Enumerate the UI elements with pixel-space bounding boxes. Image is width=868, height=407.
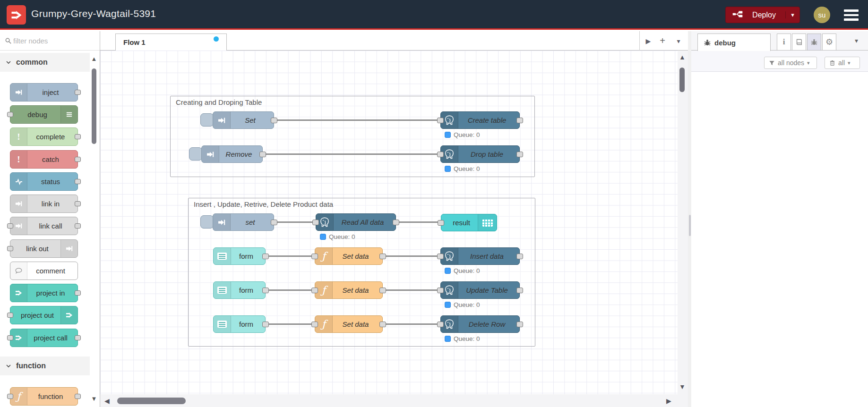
input-port[interactable] [312, 220, 319, 225]
sidebar-divider-grip[interactable] [689, 215, 691, 236]
output-port[interactable] [75, 201, 81, 206]
palette-node-status[interactable]: status [10, 172, 78, 191]
deploy-options-caret[interactable]: ▾ [785, 11, 799, 18]
input-port[interactable] [7, 335, 13, 340]
input-port[interactable] [311, 254, 318, 259]
output-port[interactable] [516, 254, 523, 259]
node-inject-set[interactable]: Set [213, 111, 274, 129]
input-port[interactable] [311, 288, 318, 293]
input-port[interactable] [437, 152, 444, 157]
palette-node-debug[interactable]: debug [10, 105, 78, 124]
output-port[interactable] [271, 118, 277, 123]
info-tab-button[interactable]: i [777, 34, 791, 51]
input-port[interactable] [311, 322, 318, 327]
output-port[interactable] [75, 290, 81, 296]
output-port[interactable] [75, 179, 81, 184]
wire[interactable] [274, 221, 316, 223]
palette-scroll-up[interactable]: ▲ [90, 56, 98, 62]
node-form[interactable]: form [213, 247, 266, 265]
output-port[interactable] [75, 335, 81, 340]
palette-category-common[interactable]: common [0, 53, 90, 72]
input-port[interactable] [437, 288, 444, 293]
user-avatar[interactable]: su [814, 7, 830, 23]
wire[interactable] [263, 153, 440, 155]
debug-messages-panel[interactable] [691, 72, 868, 407]
node-postgres-insert-data[interactable]: Insert data [440, 247, 520, 265]
input-port[interactable] [7, 313, 13, 318]
canvas-scroll-down[interactable]: ▼ [679, 383, 686, 390]
palette-scrollbar[interactable] [92, 68, 96, 144]
canvas-horizontal-scroll-track[interactable] [100, 394, 678, 407]
input-port[interactable] [437, 322, 444, 327]
palette-node-complete[interactable]: ! complete [10, 127, 78, 146]
inject-button[interactable] [200, 113, 214, 127]
input-port[interactable] [437, 254, 444, 259]
debug-clear-button[interactable]: all ▾ [825, 57, 860, 69]
canvas-scroll-right[interactable]: ▶ [666, 398, 671, 404]
wire[interactable] [396, 221, 441, 223]
wire[interactable] [383, 255, 440, 257]
palette-node-link-in[interactable]: link in [10, 195, 78, 213]
node-function-set-data[interactable]: ƒ Set data [315, 315, 383, 333]
palette-node-project-call[interactable]: project call [10, 329, 78, 347]
palette-category-function[interactable]: function [0, 356, 90, 375]
output-port[interactable] [259, 152, 266, 157]
canvas-scroll-left[interactable]: ◀ [104, 398, 110, 404]
output-port[interactable] [75, 134, 81, 139]
palette-node-inject[interactable]: inject [10, 83, 78, 102]
input-port[interactable] [7, 394, 13, 399]
flow-canvas[interactable]: Creating and Droping Table Set Create ta… [100, 51, 678, 394]
node-postgres-delete-row[interactable]: Delete Row [440, 315, 520, 333]
palette-node-link-call[interactable]: link call [10, 217, 78, 235]
output-port[interactable] [75, 394, 81, 399]
palette-node-catch[interactable]: ! catch [10, 150, 78, 169]
palette-node-project-in[interactable]: project in [10, 284, 78, 302]
output-port[interactable] [516, 322, 523, 327]
input-port[interactable] [438, 220, 444, 226]
debug-filter-button[interactable]: all nodes ▾ [764, 57, 817, 69]
node-postgres-drop-table[interactable]: Drop table [440, 145, 520, 163]
output-port[interactable] [379, 322, 386, 327]
wire[interactable] [383, 323, 440, 325]
node-postgres-create-table[interactable]: Create table [440, 111, 520, 129]
wire[interactable] [274, 119, 440, 121]
wire[interactable] [383, 289, 440, 291]
filter-nodes-input[interactable] [13, 35, 89, 47]
input-port[interactable] [7, 246, 13, 251]
node-function-set-data[interactable]: ƒ Set data [315, 247, 383, 265]
inject-button[interactable] [189, 147, 202, 161]
node-form[interactable]: form [213, 281, 266, 299]
output-port[interactable] [516, 152, 523, 157]
sidebar-options-caret[interactable]: ▾ [855, 37, 858, 44]
add-flow-button[interactable]: + [656, 31, 669, 51]
output-port[interactable] [262, 254, 269, 259]
output-port[interactable] [379, 254, 386, 259]
flow-list-caret[interactable]: ▾ [672, 31, 685, 51]
output-port[interactable] [516, 288, 523, 293]
input-port[interactable] [437, 118, 444, 123]
canvas-vertical-scroll-track[interactable] [678, 51, 688, 407]
inject-button[interactable] [200, 215, 214, 229]
node-inject-set-lower[interactable]: set [213, 213, 274, 231]
output-port[interactable] [75, 90, 81, 95]
output-port[interactable] [262, 288, 269, 293]
canvas-scroll-up[interactable]: ▲ [679, 54, 686, 60]
deploy-button[interactable]: Deploy ▾ [725, 7, 800, 23]
output-port[interactable] [75, 157, 81, 162]
canvas-vertical-scrollbar[interactable] [679, 68, 685, 92]
node-table-result[interactable]: result [441, 214, 497, 231]
wire[interactable] [266, 255, 315, 257]
wire[interactable] [266, 323, 315, 325]
next-tab-button[interactable]: ▶ [642, 31, 655, 51]
palette-node-project-out[interactable]: project out [10, 306, 78, 324]
tab-debug[interactable]: debug [697, 34, 771, 51]
node-postgres-update-table[interactable]: Update Table [440, 281, 520, 299]
node-postgres-read-all-data[interactable]: Read All data [316, 213, 396, 231]
output-port[interactable] [75, 223, 81, 229]
palette-node-link-out[interactable]: link out [10, 239, 78, 258]
help-tab-button[interactable] [792, 34, 806, 51]
output-port[interactable] [516, 118, 523, 123]
input-port[interactable] [7, 112, 13, 117]
wire[interactable] [266, 289, 315, 291]
node-form[interactable]: form [213, 315, 266, 333]
